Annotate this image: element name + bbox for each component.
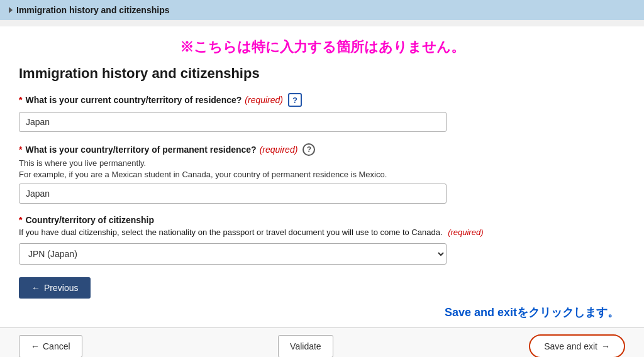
permanent-residence-input[interactable]: [19, 184, 447, 204]
bottom-annotation: Save and exitをクリックします。: [19, 305, 625, 320]
top-annotation: ※こちらは特に入力する箇所はありません。: [19, 38, 625, 57]
footer-bar: ← Cancel Validate Save and exit →: [0, 327, 644, 357]
current-residence-group: * What is your current country/territory…: [19, 93, 625, 132]
current-residence-label: * What is your current country/territory…: [19, 93, 625, 107]
citizenship-label-sub-wrap: If you have dual citizenship, select the…: [19, 228, 625, 237]
required-star-2: *: [19, 145, 22, 155]
section-header: Immigration history and citizenships: [0, 0, 644, 20]
previous-button[interactable]: ← Previous: [19, 277, 91, 299]
permanent-residence-label: * What is your country/territory of perm…: [19, 143, 625, 156]
help-icon-box[interactable]: ?: [288, 93, 302, 107]
collapse-triangle-icon: [9, 7, 13, 13]
permanent-residence-hint2: For example, if you are a Mexican studen…: [19, 170, 625, 179]
save-exit-arrow-icon: →: [601, 341, 610, 351]
citizenship-select[interactable]: JPN (Japan) USA (United States) CAN (Can…: [19, 243, 447, 265]
validate-label: Validate: [290, 341, 321, 351]
required-tag-2: (required): [260, 145, 298, 155]
cancel-label: Cancel: [43, 341, 70, 351]
required-star-3: *: [19, 215, 22, 225]
permanent-residence-group: * What is your country/territory of perm…: [19, 143, 625, 204]
prev-next-row: ← Previous: [19, 277, 625, 299]
cancel-button[interactable]: ← Cancel: [19, 335, 82, 357]
previous-label: Previous: [44, 283, 78, 293]
validate-button[interactable]: Validate: [278, 335, 333, 357]
cancel-arrow-icon: ←: [31, 341, 40, 351]
required-tag-3: (required): [448, 228, 483, 237]
citizenship-label: * Country/territory of citizenship: [19, 215, 625, 225]
required-tag-1: (required): [245, 95, 283, 105]
arrow-left-icon: ←: [31, 283, 40, 293]
save-exit-button[interactable]: Save and exit →: [529, 334, 625, 357]
citizenship-label-main: Country/territory of citizenship: [25, 215, 154, 225]
permanent-residence-hint1: This is where you live permanently.: [19, 158, 625, 168]
form-title: Immigration history and citizenships: [19, 65, 625, 82]
help-icon-circle[interactable]: ?: [303, 143, 315, 156]
required-star-1: *: [19, 95, 22, 105]
citizenship-label-sub: If you have dual citizenship, select the…: [19, 228, 483, 237]
current-residence-input[interactable]: [19, 112, 447, 132]
citizenship-group: * Country/territory of citizenship If yo…: [19, 215, 625, 265]
section-header-label: Immigration history and citizenships: [16, 5, 169, 15]
save-exit-label: Save and exit: [544, 341, 597, 351]
